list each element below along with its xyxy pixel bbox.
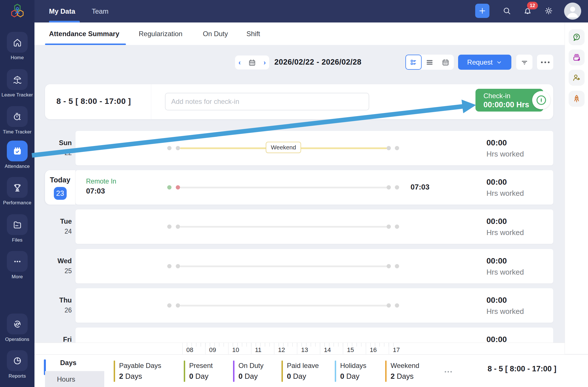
avatar[interactable] — [564, 3, 581, 20]
next-week-button[interactable]: › — [264, 59, 266, 66]
ruler-hour: 12 — [278, 346, 285, 354]
hours-value: 00:00 — [487, 178, 524, 187]
checkin-timer: 00:00:00 Hrs — [483, 100, 529, 109]
stat-accent — [184, 361, 185, 382]
sync-gear-icon — [7, 314, 28, 334]
calendar-view-toggle[interactable] — [438, 55, 454, 70]
timeline-dot — [167, 264, 172, 268]
sidebar-item-operations[interactable]: Operations — [0, 314, 34, 342]
checkin-button[interactable]: Check-in 00:00:00 Hrs — [475, 89, 543, 112]
ruler-hour: 10 — [232, 346, 239, 354]
checkin-dot — [167, 185, 172, 190]
timeline-dot — [167, 146, 172, 150]
request-button[interactable]: Request — [458, 55, 511, 70]
sidebar-item-more[interactable]: More — [0, 251, 34, 280]
sidebar-item-home[interactable]: Home — [0, 32, 34, 61]
sidebar-item-label: Attendance — [0, 164, 34, 169]
day-date: 24 — [45, 228, 72, 235]
timeline-dot — [176, 146, 180, 150]
sidebar-item-attendance[interactable]: Attendance — [0, 141, 34, 169]
hours-label: Hrs worked — [487, 307, 524, 316]
tab-team[interactable]: Team — [92, 0, 109, 22]
tab-attendance-summary[interactable]: Attendance Summary — [49, 22, 119, 45]
timeline-track — [180, 265, 387, 267]
filter-icon — [520, 58, 529, 67]
calendar-view-icon — [441, 58, 450, 67]
day-row-tue: Tue 24 00:00 Hrs worked — [0, 209, 588, 244]
horizontal-scrollbar[interactable] — [129, 385, 199, 387]
delegate-button[interactable] — [569, 70, 585, 86]
timeline-dot — [395, 264, 399, 268]
search-icon — [502, 6, 511, 15]
hours-value: 00:00 — [487, 217, 524, 226]
sidebar-item-files[interactable]: Files — [0, 214, 34, 243]
sidebar-item-label: More — [0, 274, 34, 280]
day-row-thu: Thu 26 00:00 Hrs worked — [0, 288, 588, 323]
day-card: 00:00 Hrs worked — [75, 209, 553, 244]
day-name: Wed — [45, 257, 72, 265]
add-button[interactable] — [475, 4, 489, 18]
sidebar-item-leave-tracker[interactable]: Leave Tracker — [0, 69, 34, 98]
checkin-card: 8 - 5 [ 8:00 - 17:00 ] Check-in 00:00:00… — [45, 84, 553, 119]
more-options-button[interactable] — [537, 55, 553, 70]
tab-my-data[interactable]: My Data — [49, 0, 75, 22]
stat-label: Present — [189, 362, 213, 370]
hours-worked: 00:00 Hrs worked — [487, 178, 524, 198]
detail-view-icon — [409, 58, 417, 66]
settings-button[interactable] — [542, 4, 556, 18]
timeline-end-time: 07:03 — [411, 183, 430, 192]
rocket-button[interactable] — [569, 91, 585, 107]
sidebar-item-time-tracker[interactable]: Time Tracker — [0, 106, 34, 135]
day-card: 00:00 Hrs worked — [75, 288, 553, 323]
timeline-dot — [167, 225, 172, 229]
stat-accent — [335, 361, 336, 382]
ruler-hour: 15 — [347, 346, 354, 354]
notification-badge: 12 — [527, 2, 538, 9]
add-request-button[interactable] — [569, 50, 585, 65]
right-rail — [565, 22, 588, 354]
day-label: Sun 22 — [45, 131, 72, 157]
timeline-dot — [176, 225, 180, 229]
pie-chart-icon — [7, 350, 28, 371]
hours-value: 00:00 — [487, 296, 524, 305]
stat-label: Weekend — [391, 362, 419, 370]
summary-tab-days[interactable]: Days — [60, 359, 76, 367]
sub-tab-label: Regularization — [139, 30, 182, 38]
sidebar-item-performance[interactable]: Performance — [0, 177, 34, 206]
stat-label: Holidays — [340, 362, 366, 370]
checkin-status: Remote In — [86, 178, 116, 185]
hours-worked: 00:00 Hrs worked — [487, 256, 524, 277]
zoho-people-logo[interactable] — [10, 3, 25, 19]
divider — [151, 84, 151, 119]
help-button[interactable] — [569, 29, 585, 45]
summary-tab-hours[interactable]: Hours — [45, 371, 104, 387]
filter-button[interactable] — [516, 55, 532, 70]
day-label: Tue 24 — [45, 209, 72, 235]
calendar-icon[interactable] — [248, 58, 256, 67]
prev-week-button[interactable]: ‹ — [238, 59, 241, 66]
checkin-notes-input[interactable] — [165, 93, 369, 110]
list-view-icon — [425, 58, 434, 67]
tab-on-duty[interactable]: On Duty — [203, 22, 228, 45]
list-view-toggle[interactable] — [422, 55, 438, 70]
checkin-button-label: Check-in — [483, 92, 511, 100]
detail-view-toggle[interactable] — [405, 55, 422, 70]
stat-accent — [114, 361, 115, 382]
tab-regularization[interactable]: Regularization — [139, 22, 182, 45]
day-label: Wed 25 — [45, 249, 72, 275]
day-row-today: Today 23 Remote In 07:03 07:03 00:00 Hrs… — [0, 170, 588, 205]
hours-value: 00:00 — [487, 256, 524, 265]
sidebar-item-label: Files — [0, 237, 34, 243]
ruler-hour: 14 — [324, 346, 331, 354]
search-button[interactable] — [500, 4, 514, 18]
add-request-icon — [572, 53, 581, 62]
sidebar-item-label: Performance — [0, 200, 34, 206]
tab-shift[interactable]: Shift — [246, 22, 260, 45]
rocket-icon — [572, 94, 581, 104]
day-date: 22 — [45, 149, 72, 157]
request-label: Request — [467, 58, 493, 66]
summary-shift-label: 8 - 5 [ 8:00 - 17:00 ] — [487, 365, 556, 373]
summary-more-icon[interactable] — [445, 371, 452, 372]
sidebar-item-reports[interactable]: Reports — [0, 350, 34, 379]
day-card: 00:00 Hrs worked — [75, 249, 553, 283]
